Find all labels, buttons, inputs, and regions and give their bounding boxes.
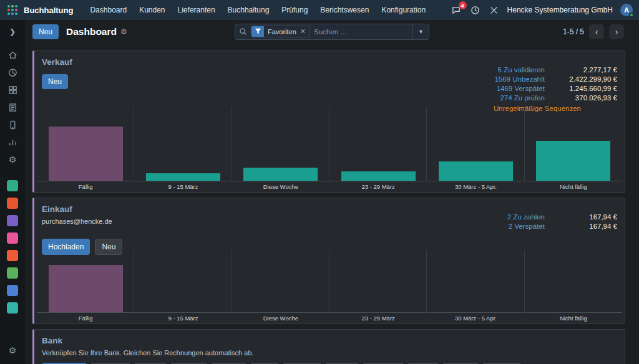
settings-gear-icon[interactable]: ⚙ <box>4 342 21 359</box>
app-icon-2[interactable] <box>7 198 18 209</box>
facet-label: Favoriten <box>264 28 300 36</box>
menu-dashboard[interactable]: Dashboard <box>84 3 132 17</box>
menu-pruefung[interactable]: Prüfung <box>276 3 313 17</box>
pager: 1-5 / 5 ‹ › <box>563 24 624 39</box>
bar-chart-icon[interactable] <box>4 133 21 151</box>
menu-buchhaltung[interactable]: Buchhaltung <box>222 3 275 17</box>
irregular-sequences-link[interactable]: Unregelmäßige Sequenzen <box>494 105 581 112</box>
search-input[interactable] <box>314 28 412 36</box>
menu-kunden[interactable]: Kunden <box>134 3 170 17</box>
chart-column: 23 - 29 März <box>329 116 427 192</box>
app-brand[interactable]: Buchhaltung <box>24 6 73 15</box>
pager-range[interactable]: 1-5 / 5 <box>563 27 584 36</box>
filter-funnel-icon[interactable] <box>251 26 264 37</box>
einkauf-stats: 2 Zu zahlen 167,94 € 2 Verspätet 167,94 … <box>507 204 617 255</box>
chart-bar[interactable] <box>536 141 610 181</box>
apps-menu-icon[interactable] <box>7 5 17 15</box>
apps-grid-icon[interactable] <box>4 81 21 98</box>
document-icon[interactable] <box>4 98 21 116</box>
chart-bar[interactable] <box>49 265 123 312</box>
chart-bar[interactable] <box>243 168 318 181</box>
verkauf-card-title[interactable]: Verkauf <box>42 57 72 67</box>
stat-link[interactable]: 1569 Unbezahlt <box>494 75 545 83</box>
chart-column: Diese Woche <box>232 116 329 192</box>
messages-badge: 4 <box>459 1 467 9</box>
search-bar[interactable]: Favoriten ✕ ▼ <box>235 24 429 40</box>
bank-card-title[interactable]: Bank <box>42 336 617 345</box>
gears-icon[interactable]: ⚙ <box>4 151 21 168</box>
chart-column: Fällig <box>37 259 134 323</box>
shortcuts-icon[interactable] <box>489 4 500 16</box>
stat-link[interactable]: 1469 Verspätet <box>497 85 545 92</box>
chart-category-label: 23 - 29 März <box>329 181 427 192</box>
stat-link[interactable]: 5 Zu validieren <box>498 66 545 74</box>
einkauf-card-title[interactable]: Einkauf <box>42 204 122 214</box>
user-avatar[interactable]: A <box>620 4 633 16</box>
home-icon[interactable] <box>4 46 21 64</box>
chart-bar[interactable] <box>341 171 416 181</box>
control-panel: Neu Dashboard ⚙ Favoriten ✕ ▼ 1-5 / 5 <box>25 20 639 43</box>
sidebar-expand-icon[interactable]: ❯ <box>4 25 21 39</box>
stat-row: 5 Zu validieren 2.277,17 € <box>494 66 617 74</box>
stat-link[interactable]: 274 Zu prüfen <box>500 94 545 102</box>
chart-column: 30 März - 5 Apr. <box>427 259 524 323</box>
menu-lieferanten[interactable]: Lieferanten <box>172 3 221 17</box>
chart-column: Nicht fällig <box>525 116 622 192</box>
purchases-email: purchases@hencke.de <box>42 218 122 225</box>
app-icon-3[interactable] <box>7 215 18 226</box>
mobile-icon[interactable] <box>4 116 21 133</box>
online-status-dot <box>629 12 634 17</box>
bank-description: Verknüpfen Sie Ihre Bank. Gleichen Sie R… <box>42 349 617 357</box>
search-dropdown-caret-icon[interactable]: ▼ <box>412 24 429 39</box>
chart-bar[interactable] <box>49 127 123 181</box>
pager-next-icon[interactable]: › <box>609 24 624 39</box>
app-icon-7[interactable] <box>7 285 18 296</box>
stat-value: 167,94 € <box>554 213 617 221</box>
stat-link[interactable]: 2 Verspätet <box>509 223 545 230</box>
new-button[interactable]: Neu <box>32 24 59 39</box>
chart-bar[interactable] <box>146 173 220 181</box>
stat-row: 274 Zu prüfen 370.026,93 € <box>494 94 617 102</box>
stat-row: 1469 Verspätet 1.245.660,99 € <box>494 85 617 92</box>
verkauf-card: Verkauf Neu 5 Zu validieren 2.277,17 € 1… <box>32 50 625 193</box>
dashboard-icon[interactable] <box>4 64 21 81</box>
app-sidebar: ❯ ⚙ ⚙ <box>0 20 25 364</box>
verkauf-chart: Fällig9 - 15 MärzDiese Woche23 - 29 März… <box>34 116 625 192</box>
page-title[interactable]: Dashboard <box>66 26 117 37</box>
view-settings-gear-icon[interactable]: ⚙ <box>120 27 127 36</box>
chart-column: 9 - 15 März <box>134 116 232 192</box>
facet-remove-icon[interactable]: ✕ <box>300 27 310 36</box>
main-menu: Dashboard Kunden Lieferanten Buchhaltung… <box>84 3 431 17</box>
messages-icon[interactable]: 4 <box>451 4 462 16</box>
chart-category-label: Fällig <box>37 181 134 192</box>
verkauf-new-button[interactable]: Neu <box>42 74 68 89</box>
stat-value: 1.245.660,99 € <box>554 85 617 92</box>
stat-row: 2 Verspätet 167,94 € <box>507 223 617 230</box>
company-name[interactable]: Hencke Systemberatung GmbH <box>507 6 613 14</box>
verkauf-stats: 5 Zu validieren 2.277,17 € 1569 Unbezahl… <box>494 57 617 112</box>
chart-category-label: 23 - 29 März <box>329 313 427 323</box>
avatar-letter: A <box>624 6 629 14</box>
app-icon-1[interactable] <box>7 180 18 191</box>
einkauf-chart: Fällig9 - 15 MärzDiese Woche23 - 29 März… <box>34 259 625 323</box>
chart-category-label: Diese Woche <box>232 313 329 323</box>
app-icon-6[interactable] <box>7 267 18 279</box>
app-icon-4[interactable] <box>7 232 18 244</box>
chart-column: Fällig <box>37 116 134 192</box>
app-icon-8[interactable] <box>7 302 18 314</box>
search-facet: Favoriten ✕ <box>251 26 310 37</box>
menu-berichtswesen[interactable]: Berichtswesen <box>315 3 374 17</box>
stat-row: 1569 Unbezahlt 2.422.299,90 € <box>494 75 617 83</box>
stat-value: 2.277,17 € <box>554 66 617 74</box>
einkauf-new-button[interactable]: Neu <box>95 239 122 255</box>
chart-bar[interactable] <box>439 161 513 181</box>
pager-previous-icon[interactable]: ‹ <box>589 24 604 39</box>
chart-column: 9 - 15 März <box>134 259 232 323</box>
menu-konfiguration[interactable]: Konfiguration <box>376 3 431 17</box>
app-icon-5[interactable] <box>7 250 18 261</box>
stat-value: 370.026,93 € <box>554 94 617 102</box>
chart-category-label: Nicht fällig <box>525 181 622 192</box>
activities-clock-icon[interactable] <box>470 4 481 16</box>
stat-link[interactable]: 2 Zu zahlen <box>507 213 545 221</box>
upload-button[interactable]: Hochladen <box>42 239 90 255</box>
